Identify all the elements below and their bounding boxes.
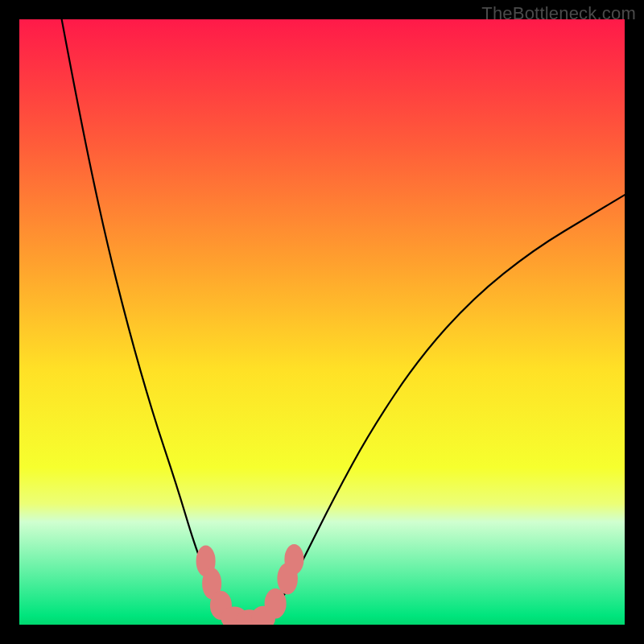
bottleneck-chart [19, 19, 625, 625]
gap-marker [284, 544, 303, 575]
chart-plot-area [19, 19, 625, 625]
chart-background [19, 19, 625, 625]
watermark-text: TheBottleneck.com [481, 3, 636, 24]
gap-marker [265, 588, 287, 619]
